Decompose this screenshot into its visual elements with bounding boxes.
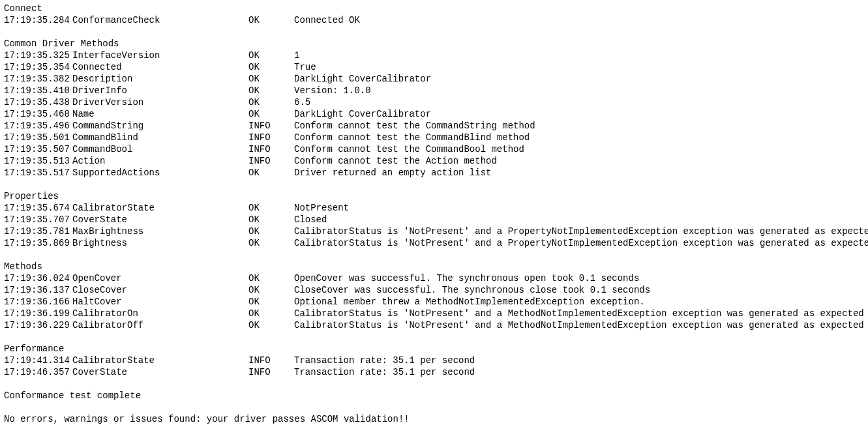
log-row: 17:19:35.438DriverVersionOK6.5 <box>4 96 864 108</box>
log-method: InterfaceVersion <box>72 50 248 61</box>
log-row: 17:19:36.137CloseCoverOKCloseCover was s… <box>4 284 864 296</box>
log-timestamp: 17:19:46.357 <box>4 366 72 378</box>
log-message: Conform cannot test the CommandString me… <box>294 120 535 132</box>
footer-summary: No errors, warnings or issues found: you… <box>4 413 864 425</box>
log-method: CoverState <box>72 214 248 226</box>
log-row: 17:19:41.314CalibratorStateINFOTransacti… <box>4 355 864 366</box>
log-timestamp: 17:19:35.507 <box>4 143 72 155</box>
log-row: 17:19:35.284ConformanceCheckOKConnected … <box>4 14 864 26</box>
log-timestamp: 17:19:35.325 <box>4 50 72 61</box>
log-timestamp: 17:19:41.314 <box>4 355 72 366</box>
log-method: CalibratorOn <box>72 308 248 319</box>
log-status: OK <box>248 167 294 179</box>
log-message: CalibratorStatus is 'NotPresent' and a M… <box>294 308 864 319</box>
log-status: OK <box>248 50 294 61</box>
log-method: OpenCover <box>72 272 248 284</box>
log-timestamp: 17:19:35.354 <box>4 61 72 73</box>
log-method: HaltCover <box>72 296 248 308</box>
log-method: DriverVersion <box>72 96 248 108</box>
section-header: Properties <box>4 190 864 202</box>
log-timestamp: 17:19:35.284 <box>4 14 72 26</box>
log-timestamp: 17:19:35.468 <box>4 108 72 120</box>
log-method: MaxBrightness <box>72 226 248 237</box>
log-timestamp: 17:19:35.513 <box>4 155 72 167</box>
log-row: 17:19:35.507CommandBoolINFOConform canno… <box>4 143 864 155</box>
section-header: Common Driver Methods <box>4 38 864 50</box>
log-row: 17:19:46.357CoverStateINFOTransaction ra… <box>4 366 864 378</box>
log-row: 17:19:35.674CalibratorStateOKNotPresent <box>4 202 864 214</box>
log-row: 17:19:35.501CommandBlindINFOConform cann… <box>4 132 864 143</box>
log-status: INFO <box>248 132 294 143</box>
log-row: 17:19:36.024OpenCoverOKOpenCover was suc… <box>4 272 864 284</box>
log-method: CommandBool <box>72 143 248 155</box>
log-method: CalibratorState <box>72 202 248 214</box>
log-message: CalibratorStatus is 'NotPresent' and a M… <box>294 319 864 331</box>
log-message: Conform cannot test the Action method <box>294 155 497 167</box>
log-message: Transaction rate: 35.1 per second <box>294 366 475 378</box>
log-message: DarkLight CoverCalibrator <box>294 73 431 85</box>
log-status: OK <box>248 272 294 284</box>
log-timestamp: 17:19:36.229 <box>4 319 72 331</box>
log-status: OK <box>248 85 294 96</box>
log-message: Optional member threw a MethodNotImpleme… <box>294 296 645 308</box>
log-message: Connected OK <box>294 14 360 26</box>
log-message: CalibratorStatus is 'NotPresent' and a P… <box>294 237 868 249</box>
section-header: Performance <box>4 343 864 355</box>
log-status: OK <box>248 319 294 331</box>
log-message: OpenCover was successful. The synchronou… <box>294 272 639 284</box>
log-method: Brightness <box>72 237 248 249</box>
log-row: 17:19:35.869BrightnessOKCalibratorStatus… <box>4 237 864 249</box>
log-message: Driver returned an empty action list <box>294 167 491 179</box>
log-method: CommandBlind <box>72 132 248 143</box>
blank-line <box>4 179 864 190</box>
log-row: 17:19:35.410DriverInfoOKVersion: 1.0.0 <box>4 85 864 96</box>
log-row: 17:19:36.229CalibratorOffOKCalibratorSta… <box>4 319 864 331</box>
log-timestamp: 17:19:36.166 <box>4 296 72 308</box>
log-method: ConformanceCheck <box>72 14 248 26</box>
log-row: 17:19:36.166HaltCoverOKOptional member t… <box>4 296 864 308</box>
log-message: 6.5 <box>294 96 310 108</box>
log-timestamp: 17:19:35.501 <box>4 132 72 143</box>
log-message: CalibratorStatus is 'NotPresent' and a P… <box>294 226 868 237</box>
blank-line <box>4 402 864 413</box>
log-row: 17:19:35.354ConnectedOKTrue <box>4 61 864 73</box>
log-timestamp: 17:19:35.674 <box>4 202 72 214</box>
log-method: Description <box>72 73 248 85</box>
log-row: 17:19:35.382DescriptionOKDarkLight Cover… <box>4 73 864 85</box>
log-status: INFO <box>248 120 294 132</box>
log-row: 17:19:35.496CommandStringINFOConform can… <box>4 120 864 132</box>
log-message: Version: 1.0.0 <box>294 85 371 96</box>
log-message: Closed <box>294 214 327 226</box>
log-status: OK <box>248 308 294 319</box>
section-header: Methods <box>4 261 864 272</box>
log-timestamp: 17:19:35.382 <box>4 73 72 85</box>
log-status: OK <box>248 284 294 296</box>
log-status: OK <box>248 226 294 237</box>
blank-line <box>4 249 864 261</box>
log-method: Connected <box>72 61 248 73</box>
log-method: CommandString <box>72 120 248 132</box>
log-status: OK <box>248 237 294 249</box>
log-method: Action <box>72 155 248 167</box>
log-message: DarkLight CoverCalibrator <box>294 108 431 120</box>
log-message: True <box>294 61 316 73</box>
footer-complete: Conformance test complete <box>4 390 864 402</box>
log-status: INFO <box>248 155 294 167</box>
log-status: OK <box>248 96 294 108</box>
log-method: CalibratorState <box>72 355 248 366</box>
log-output: Connect17:19:35.284ConformanceCheckOKCon… <box>0 0 868 428</box>
log-status: OK <box>248 61 294 73</box>
log-row: 17:19:35.707CoverStateOKClosed <box>4 214 864 226</box>
log-message: Conform cannot test the CommandBool meth… <box>294 143 524 155</box>
log-status: INFO <box>248 366 294 378</box>
log-method: CoverState <box>72 366 248 378</box>
log-status: OK <box>248 73 294 85</box>
log-method: SupportedActions <box>72 167 248 179</box>
log-timestamp: 17:19:36.199 <box>4 308 72 319</box>
log-method: Name <box>72 108 248 120</box>
log-timestamp: 17:19:35.496 <box>4 120 72 132</box>
log-timestamp: 17:19:35.869 <box>4 237 72 249</box>
log-message: 1 <box>294 50 299 61</box>
log-row: 17:19:35.513ActionINFOConform cannot tes… <box>4 155 864 167</box>
blank-line <box>4 378 864 390</box>
